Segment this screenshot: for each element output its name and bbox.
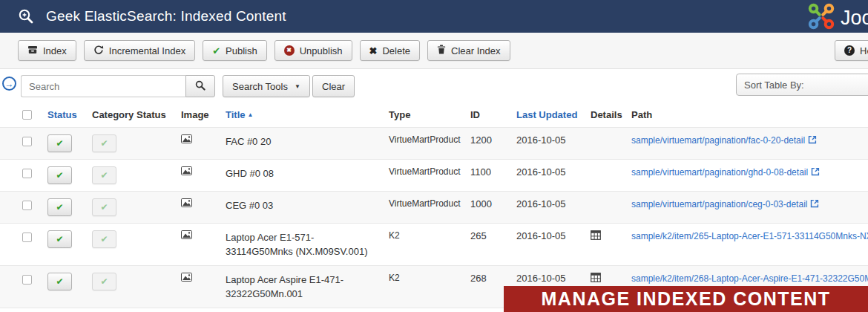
publish-button[interactable]: ✔Publish — [203, 40, 267, 61]
check-icon: ✔ — [100, 235, 108, 244]
column-header-id: ID — [464, 104, 510, 128]
column-header-category_status: Category Status — [86, 104, 175, 128]
image-icon — [181, 166, 192, 178]
category-status-button[interactable]: ✔ — [92, 273, 116, 290]
clear-index-button[interactable]: Clear Index — [427, 40, 510, 61]
item-title: FAC #0 20 — [226, 136, 271, 147]
image-icon — [181, 230, 192, 241]
help-button-label: Help — [860, 45, 868, 56]
status-toggle-button[interactable]: ✔ — [47, 198, 72, 216]
status-toggle-button[interactable]: ✔ — [47, 230, 72, 248]
x-icon: ✖ — [369, 46, 378, 56]
top-header-bar: Geek ElasticSearch: Indexed Content Joom… — [0, 0, 868, 33]
publish-label: Publish — [226, 45, 257, 56]
item-last-updated: 2016-10-05 — [510, 224, 585, 266]
row-checkbox[interactable] — [22, 275, 32, 285]
search-button[interactable] — [185, 75, 215, 97]
image-icon — [181, 198, 192, 209]
row-checkbox[interactable] — [22, 201, 32, 210]
category-status-button[interactable]: ✔ — [92, 166, 116, 184]
filter-bar: → Search Tools ▼ Clear Sort Table By: — [0, 69, 868, 104]
external-link-icon — [811, 167, 820, 178]
refresh-icon — [93, 45, 104, 57]
column-header-type: Type — [383, 104, 464, 128]
incremental-index-label: Incremental Index — [109, 45, 185, 56]
search-tools-label: Search Tools — [232, 81, 288, 92]
item-title: Laptop Acer Aspire E1-471-32322G50Mn.001 — [226, 274, 343, 299]
check-icon: ✔ — [56, 171, 63, 180]
sort-table-label: Sort Table By: — [744, 79, 804, 91]
column-header-select — [0, 104, 42, 128]
search-input[interactable] — [21, 75, 185, 97]
item-last-updated: 2016-10-05 — [510, 192, 585, 224]
item-type: K2 — [383, 308, 464, 312]
row-checkbox[interactable] — [22, 137, 32, 146]
item-last-updated: 2016-10-05 — [510, 128, 585, 160]
item-title: CEG #0 03 — [226, 200, 273, 211]
joomla-brand: Joomla — [807, 2, 868, 33]
table-row: ✔ ✔ Laptop Acer E1-571-33114G50Mnks (NX.… — [0, 224, 868, 266]
unpublish-label: Unpublish — [300, 45, 343, 56]
category-status-button[interactable]: ✔ — [92, 198, 116, 216]
table-body: ✔ ✔ FAC #0 20 VirtueMartProduct 1200 201… — [0, 128, 868, 312]
details-icon[interactable] — [591, 230, 601, 242]
item-type: VirtueMartProduct — [383, 128, 464, 160]
column-header-image: Image — [175, 104, 220, 128]
unpublish-button[interactable]: ✖Unpublish — [274, 40, 352, 61]
help-button[interactable]: ? Help — [835, 40, 868, 61]
delete-button[interactable]: ✖Delete — [360, 40, 420, 61]
path-link[interactable]: sample/virtuemart/pagination/ceg-0-03-de… — [631, 199, 807, 209]
details-icon[interactable] — [591, 273, 601, 285]
item-id: 1000 — [464, 192, 510, 224]
status-toggle-button[interactable]: ✔ — [47, 273, 72, 290]
item-id: 265 — [464, 224, 510, 266]
item-title: GHD #0 08 — [226, 168, 274, 179]
table-row: ✔ ✔ GHD #0 08 VirtueMartProduct 1100 201… — [0, 160, 868, 192]
clear-button-label: Clear — [322, 81, 345, 92]
category-status-button[interactable]: ✔ — [92, 230, 116, 248]
zoom-in-icon — [18, 8, 34, 25]
table-header-row: StatusCategory StatusImageTitle▲TypeIDLa… — [0, 104, 868, 128]
page-title: Geek ElasticSearch: Indexed Content — [46, 8, 286, 25]
manage-indexed-content-banner: MANAGE INDEXED CONTENT — [504, 286, 868, 312]
path-link[interactable]: sample/virtuemart/pagination/fac-0-20-de… — [631, 135, 805, 146]
check-icon: ✔ — [100, 277, 108, 286]
image-icon — [181, 134, 192, 146]
column-header-title[interactable]: Title▲ — [220, 104, 383, 128]
path-link[interactable]: sample/k2/item/268-Laptop-Acer-Aspire-E1… — [631, 273, 868, 284]
row-checkbox[interactable] — [22, 169, 32, 178]
status-toggle-button[interactable]: ✔ — [47, 134, 72, 152]
select-all-checkbox[interactable] — [22, 110, 32, 120]
search-tools-button[interactable]: Search Tools ▼ — [223, 75, 310, 97]
table-row: ✔ ✔ FAC #0 20 VirtueMartProduct 1200 201… — [0, 128, 868, 160]
path-link[interactable]: sample/virtuemart/pagination/ghd-0-08-de… — [631, 167, 808, 178]
index-button[interactable]: Index — [18, 40, 76, 61]
delete-label: Delete — [382, 45, 410, 56]
sidebar-toggle-icon[interactable]: → — [2, 77, 16, 91]
category-status-button[interactable]: ✔ — [92, 134, 116, 152]
check-icon: ✔ — [56, 139, 63, 148]
check-icon: ✔ — [56, 203, 63, 212]
path-link[interactable]: sample/k2/item/265-Laptop-Acer-E1-571-33… — [631, 231, 868, 241]
joomla-logo-text: Joomla — [841, 7, 868, 30]
column-header-last_updated[interactable]: Last Updated — [510, 104, 585, 128]
incremental-index-button[interactable]: Incremental Index — [84, 40, 195, 61]
row-checkbox[interactable] — [22, 233, 32, 242]
column-header-details: Details — [585, 104, 625, 128]
column-header-status[interactable]: Status — [42, 104, 86, 128]
clear-button[interactable]: Clear — [312, 75, 355, 97]
item-id: 1100 — [464, 160, 510, 192]
item-title: Laptop Acer E1-571-33114G50Mnks (NX.M09S… — [226, 232, 368, 257]
sort-table-select[interactable]: Sort Table By: — [736, 74, 868, 96]
status-toggle-button[interactable]: ✔ — [47, 166, 72, 184]
table-row: ✔ ✔ CEG #0 03 VirtueMartProduct 1000 201… — [0, 192, 868, 224]
item-type: VirtueMartProduct — [383, 192, 464, 224]
item-last-updated: 2016-10-05 — [510, 160, 585, 192]
item-type: VirtueMartProduct — [383, 160, 464, 192]
check-icon: ✔ — [212, 46, 220, 56]
toolbar: IndexIncremental Index✔Publish✖Unpublish… — [0, 33, 868, 69]
help-icon: ? — [844, 45, 855, 56]
item-type: K2 — [383, 266, 464, 308]
external-link-icon — [810, 199, 819, 210]
check-icon: ✔ — [100, 139, 108, 148]
